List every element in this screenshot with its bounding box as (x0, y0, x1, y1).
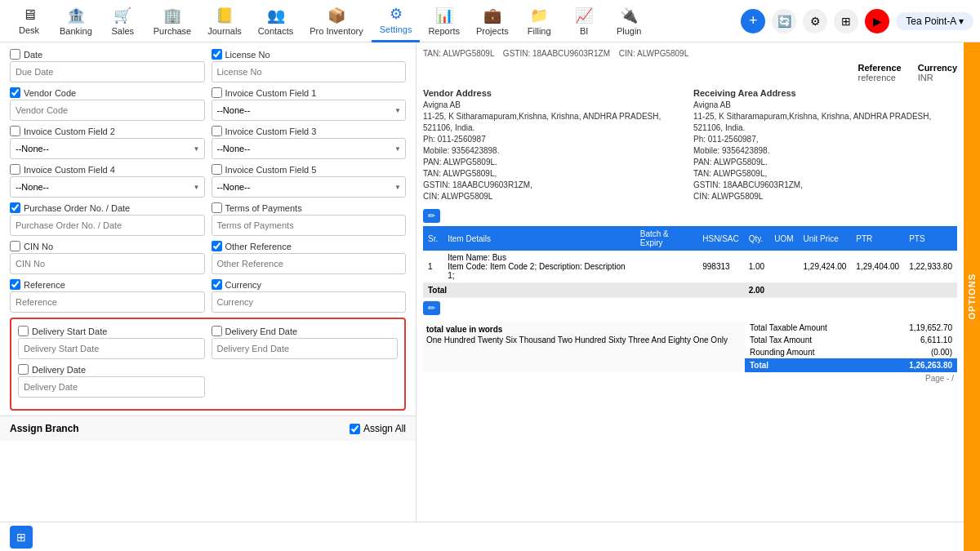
pro-inventory-icon: 📦 (327, 7, 345, 24)
input-delivery-end[interactable] (212, 338, 399, 359)
checkbox-delivery-end[interactable] (212, 326, 222, 336)
input-cin[interactable] (10, 253, 205, 274)
input-due-date[interactable] (10, 61, 205, 82)
edit-pencil-button[interactable]: ✏ (423, 209, 440, 223)
vendor-pan: PAN: ALWPG5809L. (423, 158, 497, 167)
youtube-button[interactable]: ▶ (865, 9, 889, 33)
invoice-preview: TAN: ALWPG5809L GSTIN: 18AABCU9603R1ZM C… (416, 42, 980, 391)
label-icf5: Invoice Custom Field 5 (212, 164, 407, 175)
col-header-sr: Sr. (423, 226, 443, 251)
nav-banking[interactable]: 🏦 Banking (51, 0, 100, 42)
checkbox-icf5[interactable] (212, 164, 222, 175)
col-vendorcode: Vendor Code (10, 87, 205, 121)
input-licenseno[interactable] (212, 61, 407, 82)
checkbox-licenseno[interactable] (212, 49, 222, 60)
label-icf2: Invoice Custom Field 2 (10, 126, 205, 136)
purchase-icon: 🏢 (163, 7, 181, 24)
col-terms: Terms of Payments (212, 202, 407, 236)
checkbox-icf2[interactable] (10, 126, 20, 136)
checkbox-delivery-start[interactable] (18, 326, 29, 336)
vendor-address: Vendor Address Avigna AB 11-25, K Sithar… (423, 87, 687, 202)
checkbox-assign-all[interactable] (350, 424, 360, 434)
label-currency: Currency (212, 279, 407, 290)
select-icf3[interactable]: --None-- (212, 138, 407, 159)
nav-settings[interactable]: ⚙ Settings (372, 0, 421, 42)
label-icf4: Invoice Custom Field 4 (10, 164, 205, 175)
input-vendorcode[interactable] (10, 100, 205, 121)
select-icf4[interactable]: --None-- (10, 176, 205, 198)
total-words-area: total value in words One Hundred Twenty … (423, 322, 745, 372)
label-terms: Terms of Payments (212, 202, 407, 213)
receiving-cin: CIN: ALWPG5809L (693, 192, 763, 201)
row-cin-otherref: CIN No Other Reference (10, 241, 406, 274)
cell-batch (635, 251, 698, 283)
nav-plugin[interactable]: 🔌 Plugin (607, 0, 652, 42)
tax-value: 6,611.10 (920, 335, 952, 344)
table-row: 1 Item Name: BusItem Code: Item Code 2; … (423, 251, 957, 283)
select-icf1[interactable]: --None-- (212, 100, 407, 121)
checkbox-terms[interactable] (212, 202, 222, 213)
vendor-mobile: Mobile: 9356423898. (423, 146, 499, 155)
bottom-grid-icon[interactable]: ⊞ (10, 526, 33, 549)
checkbox-po[interactable] (10, 202, 20, 213)
settings-button[interactable]: ⚙ (803, 9, 827, 33)
nav-reports[interactable]: 📊 Reports (420, 0, 468, 42)
col-header-ptr: PTR (851, 226, 904, 251)
checkbox-otherref[interactable] (212, 241, 222, 251)
checkbox-delivery-date[interactable] (18, 364, 29, 375)
nav-desk[interactable]: 🖥 Desk (7, 0, 51, 42)
assign-branch-label: Assign Branch (10, 423, 79, 434)
nav-contacts[interactable]: 👥 Contacts (250, 0, 301, 42)
cell-pts: 1,22,933.80 (904, 251, 957, 283)
currency-label: Currency (918, 63, 957, 73)
label-po: Purchase Order No. / Date (10, 202, 205, 213)
input-po[interactable] (10, 215, 205, 236)
user-menu[interactable]: Tea Point-A ▾ (896, 12, 973, 30)
col-licenseno: License No (212, 49, 407, 82)
rounding-label: Rounding Amount (750, 348, 815, 357)
checkbox-reference[interactable] (10, 279, 20, 290)
nav-purchase[interactable]: 🏢 Purchase (145, 0, 199, 42)
options-sidebar[interactable]: OPTIONS (964, 42, 980, 551)
refresh-button[interactable]: 🔄 (772, 9, 796, 33)
totals-section: total value in words One Hundred Twenty … (423, 322, 957, 372)
reference-label: Reference (858, 63, 902, 73)
reference-value: reference (858, 73, 902, 82)
input-delivery-start[interactable] (18, 338, 205, 359)
row-delivery-date: Delivery Date (18, 364, 398, 398)
nav-projects[interactable]: 💼 Projects (468, 0, 517, 42)
checkbox-icf1[interactable] (212, 87, 222, 98)
input-terms[interactable] (212, 215, 407, 236)
input-currency[interactable] (212, 291, 407, 313)
nav-sales[interactable]: 🛒 Sales (100, 0, 145, 42)
input-otherref[interactable] (212, 253, 407, 274)
checkbox-vendorcode[interactable] (10, 87, 20, 98)
cell-item-details: Item Name: BusItem Code: Item Code 2; De… (443, 251, 635, 283)
nav-pro-inventory[interactable]: 📦 Pro Inventory (301, 0, 371, 42)
checkbox-icf3[interactable] (212, 126, 222, 136)
col-icf5: Invoice Custom Field 5 --None-- (212, 164, 407, 198)
nav-bi[interactable]: 📈 BI (562, 0, 607, 42)
col-delivery-end: Delivery End Date (212, 326, 399, 359)
checkbox-cin[interactable] (10, 241, 20, 251)
checkbox-date[interactable] (10, 49, 20, 60)
reference-display: Reference reference (858, 63, 902, 82)
select-icf2[interactable]: --None-- (10, 138, 205, 159)
add-button[interactable]: + (741, 9, 765, 33)
nav-journals[interactable]: 📒 Journals (199, 0, 250, 42)
col-otherref: Other Reference (212, 241, 407, 274)
col-header-uom: UOM (769, 226, 798, 251)
input-delivery-date[interactable] (18, 376, 205, 398)
select-icf5[interactable]: --None-- (212, 176, 407, 198)
col-icf4: Invoice Custom Field 4 --None-- (10, 164, 205, 198)
row-icf2-icf3: Invoice Custom Field 2 --None-- Invoice … (10, 126, 406, 159)
vendor-cin: CIN: ALWPG5809L (423, 192, 492, 201)
input-reference[interactable] (10, 291, 205, 313)
checkbox-icf4[interactable] (10, 164, 20, 175)
checkbox-currency[interactable] (212, 279, 222, 290)
grid-button[interactable]: ⊞ (834, 9, 858, 33)
edit-pencil-button-2[interactable]: ✏ (423, 301, 440, 315)
col-delivery-start: Delivery Start Date (18, 326, 205, 359)
cell-uom (769, 251, 798, 283)
nav-filling[interactable]: 📁 Filling (517, 0, 562, 42)
